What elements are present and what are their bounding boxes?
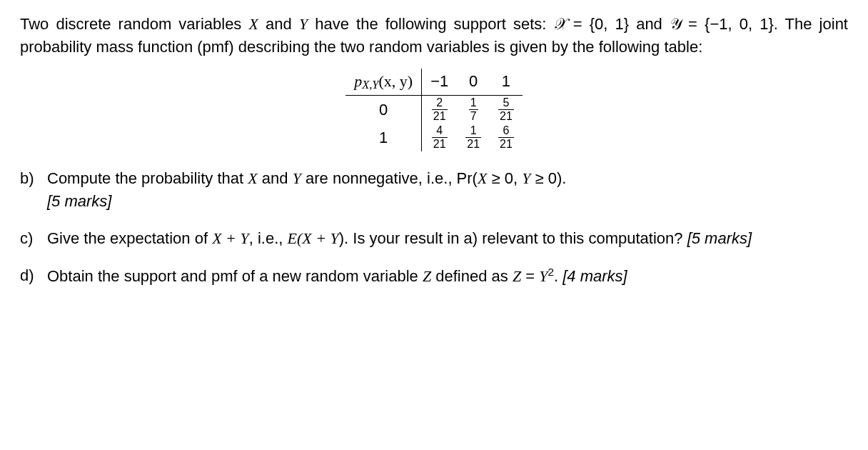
- text: and: [258, 169, 293, 187]
- frac-den: 21: [432, 138, 448, 150]
- expr: X: [478, 169, 487, 187]
- intro-text: have the following support sets:: [308, 15, 553, 33]
- table-row: 1 421 121 621: [345, 124, 523, 151]
- cell: 421: [422, 124, 458, 151]
- var-z: Z: [423, 267, 431, 285]
- text: defined as: [431, 267, 513, 285]
- question-list: b) Compute the probability that X and Y …: [20, 167, 848, 288]
- question-c: c) Give the expectation of X + Y, i.e., …: [20, 227, 848, 250]
- col-head: 0: [457, 69, 490, 96]
- row-label: 0: [345, 96, 422, 124]
- set-x: 𝒳: [554, 15, 566, 33]
- expr: E(: [287, 229, 302, 247]
- cell: 121: [457, 124, 490, 151]
- var-x: X: [248, 169, 257, 187]
- expr: ): [339, 229, 344, 247]
- table-row: 0 221 17 521: [345, 96, 523, 124]
- text: Compute the probability that: [47, 169, 248, 187]
- exponent: 2: [547, 266, 554, 278]
- question-body: Give the expectation of X + Y, i.e., E(X…: [47, 227, 848, 250]
- var-z: Z: [513, 267, 521, 285]
- set-y: 𝒴: [670, 15, 681, 33]
- text: are nonnegative, i.e., Pr(: [301, 169, 478, 187]
- text: . Is your result in a) relevant to this …: [344, 229, 687, 247]
- question-label: d): [20, 264, 47, 288]
- expr: X + Y: [212, 229, 249, 247]
- marks: [5 marks]: [687, 229, 752, 247]
- problem-intro: Two discrete random variables X and Y ha…: [20, 13, 848, 59]
- question-label: b): [20, 167, 47, 213]
- cell: 521: [490, 96, 523, 124]
- question-body: Obtain the support and pmf of a new rand…: [47, 264, 848, 288]
- frac-den: 21: [498, 138, 514, 150]
- text: =: [521, 267, 539, 285]
- text: ≥ 0,: [487, 169, 522, 187]
- fn-args: (x, y): [379, 72, 413, 90]
- frac-num: 4: [432, 125, 448, 138]
- frac-num: 6: [498, 125, 514, 138]
- frac-num: 1: [469, 97, 478, 110]
- var-y: Y: [293, 169, 301, 187]
- frac-num: 5: [498, 97, 514, 110]
- text: Obtain the support and pmf of a new rand…: [47, 267, 423, 285]
- pmf-table-wrap: pX,Y(x, y) −1 0 1 0 221 17 521 1 421 121…: [20, 69, 848, 151]
- marks: [5 marks]: [47, 192, 111, 210]
- question-b: b) Compute the probability that X and Y …: [20, 167, 848, 213]
- intro-text: Two discrete random variables: [20, 15, 248, 33]
- fn-p: p: [354, 72, 362, 90]
- col-head: 1: [490, 69, 523, 96]
- text: .: [554, 267, 562, 285]
- fn-sub: X,Y: [362, 78, 378, 91]
- question-body: Compute the probability that X and Y are…: [47, 167, 848, 213]
- text: ≥ 0).: [530, 169, 566, 187]
- intro-text: and: [258, 15, 299, 33]
- frac-num: 1: [465, 125, 481, 138]
- question-d: d) Obtain the support and pmf of a new r…: [20, 264, 848, 288]
- expr: X + Y: [302, 229, 339, 247]
- frac-den: 7: [469, 110, 478, 122]
- frac-den: 21: [465, 138, 481, 150]
- frac-num: 2: [432, 97, 448, 110]
- intro-text: = {0, 1} and: [566, 15, 670, 33]
- text: , i.e.,: [249, 229, 288, 247]
- pmf-table: pX,Y(x, y) −1 0 1 0 221 17 521 1 421 121…: [345, 69, 523, 151]
- text: Give the expectation of: [47, 229, 212, 247]
- frac-den: 21: [498, 110, 514, 122]
- row-label: 1: [345, 124, 422, 151]
- expr: Y: [522, 169, 530, 187]
- cell: 621: [490, 124, 523, 151]
- marks: [4 marks]: [562, 267, 627, 285]
- table-header-fn: pX,Y(x, y): [345, 69, 422, 96]
- cell: 221: [422, 96, 458, 124]
- var-y: Y: [299, 15, 308, 33]
- cell: 17: [457, 96, 490, 124]
- var-y: Y: [539, 267, 547, 285]
- var-x: X: [248, 15, 258, 33]
- col-head: −1: [422, 69, 458, 96]
- question-label: c): [20, 227, 47, 250]
- frac-den: 21: [432, 110, 448, 122]
